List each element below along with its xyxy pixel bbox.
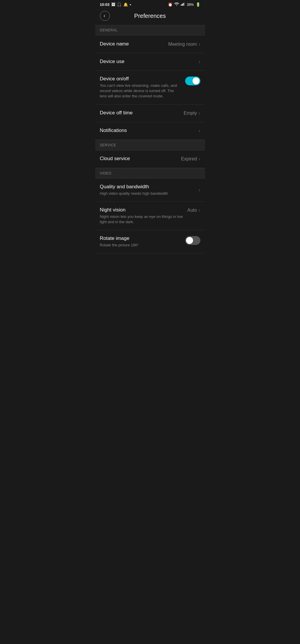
rotate-image-toggle-knob [186, 237, 193, 244]
quality-bandwidth-right: › [199, 187, 200, 193]
device-off-time-row[interactable]: Device off time Empty › [95, 105, 205, 122]
cloud-service-left: Cloud service [100, 156, 181, 162]
quality-bandwidth-subtitle: High video quality needs high bandwidth [100, 191, 195, 196]
back-button[interactable]: ‹ [100, 11, 110, 21]
dot-icon: • [130, 2, 131, 7]
night-vision-value: Auto [187, 208, 197, 213]
quality-bandwidth-chevron-icon: › [199, 187, 200, 193]
device-off-time-left: Device off time [100, 110, 184, 116]
status-time: 10:03 [100, 2, 110, 7]
battery-icon: 🔋 [196, 2, 200, 7]
device-off-time-chevron-icon: › [199, 111, 200, 116]
svg-rect-3 [184, 3, 185, 6]
night-vision-right: Auto › [187, 207, 200, 213]
quality-bandwidth-title: Quality and bandwidth [100, 184, 195, 190]
night-vision-left: Night vision Night vision lets you keep … [100, 207, 188, 225]
notifications-right: › [199, 128, 200, 133]
rotate-image-toggle[interactable] [185, 236, 200, 245]
header: ‹ Preferences [95, 8, 205, 25]
section-service: SERVICE [95, 140, 205, 150]
svg-rect-2 [183, 3, 184, 6]
status-left: 10:03 🖼 🎧 🔔 • [100, 2, 131, 7]
cloud-service-chevron-icon: › [199, 156, 200, 162]
device-use-right: › [199, 59, 200, 65]
notifications-left: Notifications [100, 128, 199, 134]
device-onoff-subtitle: You can't view live streaming, make call… [100, 83, 180, 99]
status-right: ⏰ 38% 🔋 [168, 2, 200, 7]
section-general: GENERAL [95, 25, 205, 35]
rotate-image-title: Rotate image [100, 235, 180, 241]
notification-icon: 🔔 [123, 2, 128, 7]
night-vision-chevron-icon: › [199, 208, 200, 213]
notifications-title: Notifications [100, 128, 195, 133]
device-off-time-value: Empty [184, 111, 197, 116]
device-name-chevron-icon: › [199, 42, 200, 47]
device-onoff-toggle-knob [192, 77, 200, 84]
device-onoff-right [185, 76, 200, 85]
battery-text: 38% [187, 3, 194, 7]
svg-rect-1 [182, 4, 183, 6]
device-name-value: Meeting room [168, 42, 197, 47]
svg-rect-0 [181, 5, 182, 6]
notifications-row[interactable]: Notifications › [95, 122, 205, 140]
status-bar: 10:03 🖼 🎧 🔔 • ⏰ 38% 🔋 [95, 0, 205, 8]
device-use-title: Device use [100, 59, 195, 65]
device-name-left: Device name [100, 41, 168, 48]
device-onoff-title: Device on/off [100, 76, 180, 82]
night-vision-title: Night vision [100, 207, 184, 213]
rotate-image-right [185, 235, 200, 245]
notifications-chevron-icon: › [199, 128, 200, 133]
alarm-icon: ⏰ [168, 2, 173, 7]
device-name-row[interactable]: Device name Meeting room › [95, 35, 205, 53]
device-off-time-title: Device off time [100, 110, 180, 116]
quality-bandwidth-row[interactable]: Quality and bandwidth High video quality… [95, 179, 205, 202]
rotate-image-subtitle: Rotate the picture 180° [100, 243, 180, 248]
rotate-image-row: Rotate image Rotate the picture 180° [95, 230, 205, 253]
cloud-service-row[interactable]: Cloud service Expired › [95, 150, 205, 168]
device-off-time-right: Empty › [184, 111, 200, 116]
rotate-image-left: Rotate image Rotate the picture 180° [100, 235, 185, 248]
device-name-title: Device name [100, 41, 165, 47]
page-title: Preferences [134, 13, 166, 19]
night-vision-row[interactable]: Night vision Night vision lets you keep … [95, 202, 205, 230]
quality-bandwidth-left: Quality and bandwidth High video quality… [100, 184, 199, 196]
cloud-service-value: Expired [181, 156, 197, 162]
cloud-service-title: Cloud service [100, 156, 178, 162]
device-onoff-toggle[interactable] [185, 77, 200, 85]
night-vision-subtitle: Night vision lets you keep an eye on thi… [100, 214, 184, 225]
back-chevron-icon: ‹ [104, 13, 105, 18]
device-onoff-left: Device on/off You can't view live stream… [100, 76, 185, 99]
section-video: VIDEO [95, 168, 205, 179]
cloud-service-right: Expired › [181, 156, 200, 162]
device-use-chevron-icon: › [199, 59, 200, 65]
headset-icon: 🎧 [117, 2, 122, 7]
device-name-right: Meeting room › [168, 42, 200, 47]
device-onoff-row: Device on/off You can't view live stream… [95, 71, 205, 105]
signal-icon [181, 2, 185, 7]
device-use-left: Device use [100, 59, 199, 65]
device-use-row[interactable]: Device use › [95, 53, 205, 71]
wifi-icon [174, 2, 179, 7]
photo-icon: 🖼 [111, 2, 115, 7]
